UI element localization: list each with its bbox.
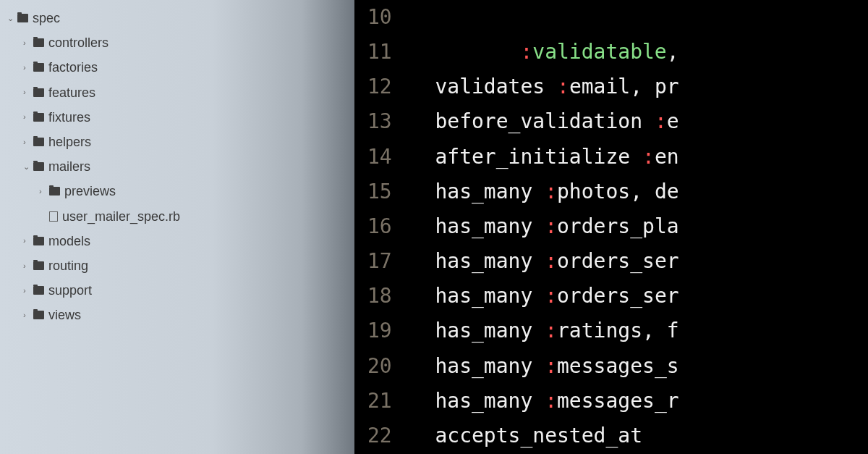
tree-folder[interactable]: ›support	[7, 278, 354, 303]
line-number: 12	[367, 70, 392, 104]
folder-icon	[33, 138, 44, 146]
code-line[interactable]: accepts_nested_at	[411, 419, 868, 453]
tree-folder[interactable]: ›factories	[7, 55, 354, 80]
chevron-right-icon[interactable]: ›	[23, 109, 29, 125]
folder-icon	[33, 261, 44, 270]
line-number: 10	[367, 0, 392, 35]
line-number: 21	[367, 384, 392, 419]
tree-folder[interactable]: ›views	[7, 303, 354, 327]
tree-item-label: mailers	[48, 154, 90, 179]
code-line[interactable]: has_many :orders_pla	[411, 209, 868, 244]
file-tree-sidebar[interactable]: ⌄spec›controllers›factories›features›fix…	[0, 0, 354, 454]
code-line[interactable]: has_many :orders_ser	[411, 244, 868, 279]
chevron-right-icon[interactable]: ›	[23, 283, 29, 298]
tree-folder[interactable]: ›helpers	[7, 130, 354, 154]
tree-folder[interactable]: ›routing	[7, 253, 354, 278]
code-line[interactable]: has_many :photos, de	[411, 175, 868, 209]
folder-icon	[49, 187, 60, 196]
folder-icon	[33, 113, 44, 122]
tree-folder[interactable]: ›features	[7, 80, 354, 105]
line-number: 19	[367, 314, 392, 348]
tree-folder[interactable]: ›controllers	[7, 30, 354, 55]
line-number: 20	[367, 349, 392, 384]
code-line[interactable]: has_many :ratings, f	[411, 314, 868, 348]
tree-folder[interactable]: ›fixtures	[7, 105, 354, 130]
chevron-right-icon[interactable]: ›	[23, 308, 29, 323]
tree-item-label: features	[48, 80, 95, 105]
code-line[interactable]: after_initialize :en	[411, 140, 868, 175]
line-number-gutter: 10111213141516171819202122	[354, 0, 411, 454]
tree-folder[interactable]: ⌄spec	[7, 6, 354, 30]
code-line[interactable]	[411, 0, 868, 35]
line-number: 17	[367, 244, 392, 279]
line-number: 18	[367, 279, 392, 314]
folder-icon	[33, 311, 44, 319]
tree-item-label: controllers	[48, 30, 109, 55]
line-number: 15	[367, 175, 392, 209]
tree-item-label: fixtures	[48, 105, 90, 130]
folder-icon	[33, 63, 44, 72]
line-number: 16	[367, 209, 392, 244]
line-number: 14	[367, 140, 392, 175]
code-line[interactable]: has_many :messages_s	[411, 349, 868, 384]
tree-item-label: previews	[64, 179, 116, 203]
chevron-right-icon[interactable]: ›	[23, 233, 29, 248]
chevron-down-icon[interactable]: ⌄	[7, 11, 13, 26]
code-line[interactable]: :validatable,	[411, 35, 868, 70]
tree-file[interactable]: user_mailer_spec.rb	[7, 204, 354, 229]
folder-icon	[33, 286, 44, 295]
tree-item-label: support	[48, 278, 92, 303]
line-number: 11	[367, 35, 392, 70]
folder-icon	[33, 237, 44, 245]
tree-folder[interactable]: ›models	[7, 229, 354, 253]
tree-item-label: user_mailer_spec.rb	[62, 204, 180, 229]
chevron-right-icon[interactable]: ›	[23, 258, 29, 274]
code-line[interactable]: has_many :orders_ser	[411, 279, 868, 314]
tree-folder[interactable]: ⌄mailers	[7, 154, 354, 179]
chevron-right-icon[interactable]: ›	[23, 135, 29, 150]
tree-item-label: models	[48, 229, 90, 253]
chevron-right-icon[interactable]: ›	[39, 184, 45, 199]
folder-icon	[33, 38, 44, 47]
chevron-right-icon[interactable]: ›	[23, 60, 29, 75]
folder-icon	[33, 88, 44, 97]
tree-item-label: factories	[48, 55, 98, 80]
code-line[interactable]: validates :email, pr	[411, 70, 868, 104]
chevron-right-icon[interactable]: ›	[23, 35, 29, 51]
code-line[interactable]: before_validation :e	[411, 104, 868, 139]
chevron-right-icon[interactable]: ›	[23, 85, 29, 100]
code-content[interactable]: :validatable, validates :email, pr befor…	[411, 0, 868, 454]
file-icon	[49, 211, 58, 222]
code-editor[interactable]: 10111213141516171819202122 :validatable,…	[354, 0, 868, 454]
folder-icon	[17, 14, 28, 22]
tree-item-label: spec	[33, 6, 60, 30]
chevron-down-icon[interactable]: ⌄	[23, 159, 29, 175]
code-line[interactable]: has_many :messages_r	[411, 384, 868, 419]
line-number: 13	[367, 104, 392, 139]
tree-item-label: routing	[48, 253, 88, 278]
folder-icon	[33, 162, 44, 171]
line-number: 22	[367, 419, 392, 453]
tree-item-label: views	[48, 303, 81, 327]
tree-item-label: helpers	[48, 130, 91, 154]
tree-folder[interactable]: ›previews	[7, 179, 354, 203]
